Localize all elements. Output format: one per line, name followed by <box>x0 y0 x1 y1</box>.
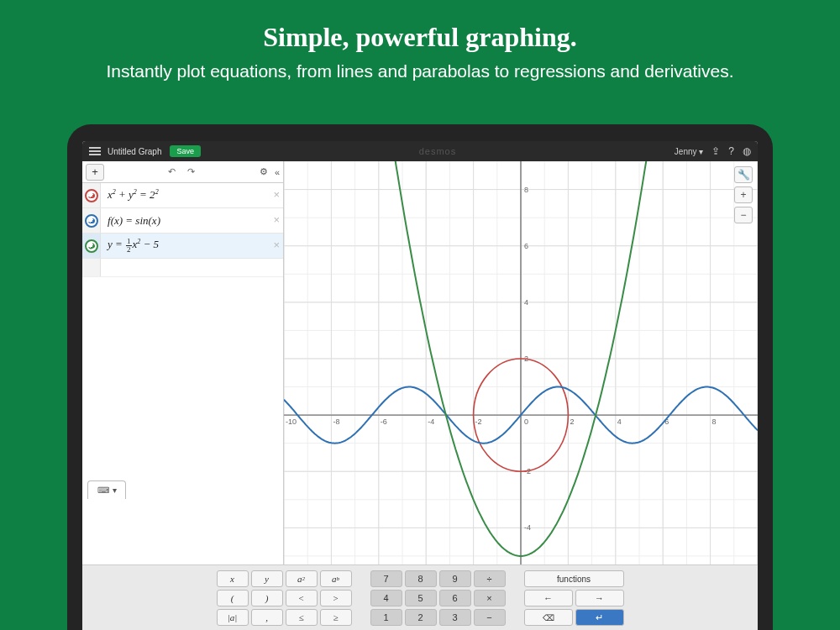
key-left[interactable]: ← <box>524 590 573 606</box>
wave-icon <box>85 189 98 202</box>
hero-subtitle: Instantly plot equations, from lines and… <box>0 53 840 81</box>
keyboard-toggle[interactable]: ⌨▾ <box>87 480 126 499</box>
graph-svg: -10-8-6-4-2246810-4-224680 <box>284 161 758 564</box>
keyboard-icon: ⌨ <box>97 486 109 495</box>
expression-text[interactable]: y = 12x2 − 5 <box>101 238 159 254</box>
expression-toolbar: + ↶ ↷ ⚙ « <box>82 161 283 183</box>
keypad-symbols: x y a2 ab ( ) < > |a| , ≤ ≥ <box>217 570 352 626</box>
key-square[interactable]: a2 <box>286 570 318 587</box>
svg-text:-2: -2 <box>475 417 482 426</box>
svg-text:-6: -6 <box>381 417 387 426</box>
close-icon[interactable]: × <box>273 213 280 226</box>
collapse-panel-icon[interactable]: « <box>275 167 280 177</box>
redo-button[interactable]: ↷ <box>187 166 195 177</box>
key-divide[interactable]: ÷ <box>474 570 506 587</box>
brand-label: desmos <box>201 146 675 156</box>
key-x[interactable]: x <box>217 570 249 587</box>
user-name: Jenny <box>675 147 697 156</box>
undo-button[interactable]: ↶ <box>168 166 176 177</box>
close-icon[interactable]: × <box>273 188 280 201</box>
key-multiply[interactable]: × <box>474 590 506 606</box>
svg-text:4: 4 <box>524 298 528 307</box>
key-7[interactable]: 7 <box>370 570 402 587</box>
key-lparen[interactable]: ( <box>217 590 249 606</box>
workarea: + ↶ ↷ ⚙ « x2 + y2 = 22 × f(x) = sin(x) <box>82 161 758 564</box>
expression-row[interactable]: f(x) = sin(x) × <box>82 208 283 234</box>
svg-text:8: 8 <box>524 186 528 194</box>
expression-text[interactable]: x2 + y2 = 22 <box>101 188 159 202</box>
graph-title[interactable]: Untitled Graph <box>108 147 161 156</box>
expression-row-empty[interactable] <box>82 259 283 277</box>
expression-color-toggle[interactable] <box>82 234 101 258</box>
key-power[interactable]: ab <box>320 570 352 587</box>
key-abs[interactable]: |a| <box>217 609 249 626</box>
close-icon[interactable]: × <box>273 239 280 251</box>
key-enter[interactable]: ↵ <box>575 609 624 626</box>
key-6[interactable]: 6 <box>439 590 471 606</box>
svg-text:0: 0 <box>524 417 528 426</box>
key-lte[interactable]: ≤ <box>286 609 318 626</box>
key-functions[interactable]: functions <box>524 570 624 587</box>
svg-text:6: 6 <box>524 242 528 250</box>
expression-panel: + ↶ ↷ ⚙ « x2 + y2 = 22 × f(x) = sin(x) <box>82 161 284 564</box>
help-icon[interactable]: ? <box>728 145 734 157</box>
settings-icon[interactable]: ⚙ <box>260 166 268 177</box>
key-lt[interactable]: < <box>286 590 318 606</box>
zoom-out-button[interactable]: − <box>734 207 753 223</box>
language-icon[interactable]: ◍ <box>743 145 751 157</box>
expression-row[interactable]: y = 12x2 − 5 × <box>82 234 283 259</box>
svg-text:-10: -10 <box>286 417 297 426</box>
wave-icon <box>85 214 98 228</box>
share-icon[interactable]: ⇪ <box>711 145 720 157</box>
device-frame: Untitled Graph Save desmos Jenny ▾ ⇪ ? ◍… <box>67 124 773 630</box>
key-5[interactable]: 5 <box>405 590 437 606</box>
key-gt[interactable]: > <box>320 590 352 606</box>
topbar: Untitled Graph Save desmos Jenny ▾ ⇪ ? ◍ <box>82 141 758 161</box>
keypad-functions: functions ← → ⌫ ↵ <box>524 570 624 626</box>
key-8[interactable]: 8 <box>405 570 437 587</box>
svg-text:-4: -4 <box>428 417 434 426</box>
svg-text:8: 8 <box>712 417 717 426</box>
key-gte[interactable]: ≥ <box>320 609 352 626</box>
key-rparen[interactable]: ) <box>251 590 283 606</box>
graph-controls: 🔧 + − <box>734 166 753 223</box>
keypad-numbers: 7 8 9 ÷ 4 5 6 × 1 2 3 − <box>370 570 506 626</box>
expression-text[interactable]: f(x) = sin(x) <box>101 214 160 228</box>
svg-text:-4: -4 <box>524 523 531 532</box>
graph-canvas[interactable]: -10-8-6-4-2246810-4-224680 🔧 + − <box>284 161 758 564</box>
key-backspace[interactable]: ⌫ <box>524 609 573 626</box>
svg-text:2: 2 <box>570 417 574 426</box>
expression-color-toggle[interactable] <box>82 208 101 233</box>
zoom-in-button[interactable]: + <box>734 186 753 203</box>
menu-icon[interactable] <box>89 147 101 155</box>
app-screen: Untitled Graph Save desmos Jenny ▾ ⇪ ? ◍… <box>82 141 758 630</box>
key-4[interactable]: 4 <box>370 590 402 606</box>
key-minus[interactable]: − <box>474 609 506 626</box>
add-expression-button[interactable]: + <box>86 164 104 181</box>
keypad: x y a2 ab ( ) < > |a| , ≤ ≥ 7 8 9 ÷ 4 5 … <box>82 564 758 630</box>
key-comma[interactable]: , <box>251 609 283 626</box>
hero-title: Simple, powerful graphing. <box>0 0 840 53</box>
chevron-down-icon: ▾ <box>113 486 117 495</box>
key-1[interactable]: 1 <box>370 609 402 626</box>
wave-icon <box>85 239 98 253</box>
expression-row[interactable]: x2 + y2 = 22 × <box>82 183 283 208</box>
svg-text:-8: -8 <box>333 417 339 426</box>
graph-settings-button[interactable]: 🔧 <box>734 166 753 183</box>
user-menu[interactable]: Jenny ▾ <box>675 147 703 156</box>
key-9[interactable]: 9 <box>439 570 471 587</box>
save-button[interactable]: Save <box>170 145 201 157</box>
key-2[interactable]: 2 <box>405 609 437 626</box>
svg-text:4: 4 <box>617 417 622 426</box>
expression-color-toggle[interactable] <box>82 183 101 207</box>
key-3[interactable]: 3 <box>439 609 471 626</box>
key-right[interactable]: → <box>575 590 624 606</box>
key-y[interactable]: y <box>251 570 283 587</box>
